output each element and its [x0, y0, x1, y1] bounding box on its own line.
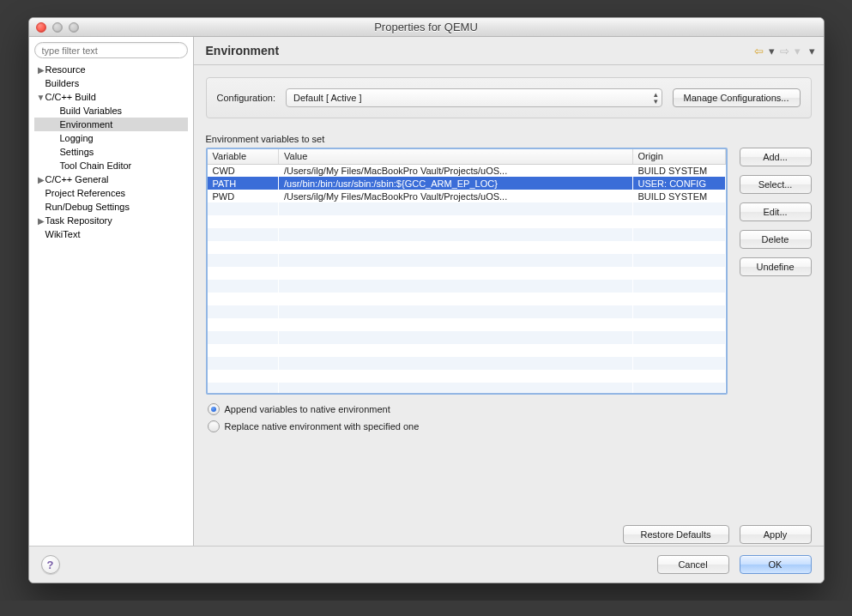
tree-item-label: Resource [45, 64, 86, 75]
cell-variable [208, 344, 279, 357]
undefine-button[interactable]: Undefine [740, 257, 812, 276]
tree-item[interactable]: ▶Task Repository [34, 214, 188, 227]
radio-icon [208, 403, 220, 415]
radio-icon [208, 420, 220, 432]
tree-item-label: C/C++ General [45, 174, 109, 184]
table-row [208, 293, 726, 305]
cell-origin [632, 254, 725, 267]
ok-button[interactable]: OK [740, 555, 812, 574]
tree-item[interactable]: Settings [34, 145, 188, 159]
cell-value [279, 293, 633, 305]
cell-value [279, 228, 633, 241]
tree-item[interactable]: Logging [34, 131, 188, 145]
filter-input[interactable] [34, 42, 188, 58]
delete-button[interactable]: Delete [740, 230, 812, 249]
table-row [208, 305, 726, 318]
tree-item[interactable]: Tool Chain Editor [34, 159, 188, 172]
tree-item[interactable]: ▶C/C++ General [34, 172, 188, 186]
cell-origin [632, 383, 725, 395]
cell-value [279, 357, 633, 370]
forward-menu-icon: ▾ [795, 45, 801, 57]
dialog-footer: ? Cancel OK [29, 546, 824, 583]
radio-append-label: Append variables to native environment [225, 404, 390, 414]
titlebar: Properties for QEMU [29, 18, 824, 37]
combo-updown-icon: ▴▾ [654, 91, 656, 105]
cell-variable: PWD [208, 190, 279, 202]
col-value[interactable]: Value [279, 149, 633, 164]
manage-configurations-button[interactable]: Manage Configurations... [673, 88, 801, 107]
radio-replace[interactable]: Replace native environment with specifie… [208, 420, 812, 432]
tree-item[interactable]: ▼C/C++ Build [34, 90, 188, 104]
table-row [208, 228, 726, 241]
collapsed-arrow-icon[interactable]: ▶ [37, 216, 45, 226]
table-row[interactable]: PWD/Users/ilg/My Files/MacBookPro Vault/… [208, 190, 726, 202]
tree-item-label: Task Repository [45, 215, 112, 226]
tree-item[interactable]: Builders [34, 76, 188, 90]
cell-value [279, 202, 633, 215]
configuration-combo[interactable]: Default [ Active ] ▴▾ [286, 88, 662, 107]
cell-value: /usr/bin:/bin:/usr/sbin:/sbin:${GCC_ARM_… [279, 177, 633, 190]
cell-variable [208, 254, 279, 267]
table-row [208, 202, 726, 215]
add-button[interactable]: Add... [740, 148, 812, 166]
cell-origin: BUILD SYSTEM [632, 190, 725, 202]
table-button-column: Add...Select...Edit...DeleteUndefine [740, 148, 812, 276]
cell-origin [632, 267, 725, 280]
cell-variable [208, 357, 279, 370]
radio-append[interactable]: Append variables to native environment [208, 403, 812, 415]
cell-value [279, 383, 633, 395]
tree-item[interactable]: Run/Debug Settings [34, 200, 188, 214]
cancel-button[interactable]: Cancel [657, 555, 729, 574]
collapsed-arrow-icon[interactable]: ▶ [37, 175, 45, 184]
cell-variable [208, 241, 279, 254]
tree-item-label: WikiText [45, 229, 81, 239]
cell-variable [208, 202, 279, 215]
env-vars-table[interactable]: Variable Value Origin CWD/Users/ilg/My F… [206, 148, 728, 395]
tree-item[interactable]: Build Variables [34, 104, 188, 118]
tree-item-label: Tool Chain Editor [60, 160, 132, 171]
table-row[interactable]: CWD/Users/ilg/My Files/MacBookPro Vault/… [208, 164, 726, 177]
edit-button[interactable]: Edit... [740, 202, 812, 221]
cell-value [279, 331, 633, 344]
cell-value [279, 318, 633, 331]
table-row[interactable]: PATH/usr/bin:/bin:/usr/sbin:/sbin:${GCC_… [208, 177, 726, 190]
heading-bar: Environment ⇦ ▾ ⇨ ▾ ▾ [194, 37, 824, 65]
cell-value [279, 254, 633, 267]
tree-item[interactable]: WikiText [34, 227, 188, 241]
cell-origin [632, 293, 725, 305]
collapsed-arrow-icon[interactable]: ▶ [37, 65, 45, 75]
expanded-arrow-icon[interactable]: ▼ [37, 93, 45, 102]
tree-item-label: Build Variables [60, 106, 123, 116]
cell-variable [208, 267, 279, 280]
tree-item-label: C/C++ Build [45, 92, 96, 102]
cell-variable [208, 293, 279, 305]
cell-value: /Users/ilg/My Files/MacBookPro Vault/Pro… [279, 164, 633, 177]
table-row [208, 331, 726, 344]
tree-item[interactable]: Environment [34, 118, 188, 131]
select-button[interactable]: Select... [740, 175, 812, 194]
table-row [208, 344, 726, 357]
configuration-label: Configuration: [217, 93, 276, 103]
back-menu-icon[interactable]: ▾ [769, 45, 775, 57]
cell-origin [632, 305, 725, 318]
forward-icon[interactable]: ⇨ [780, 45, 789, 57]
col-origin[interactable]: Origin [632, 149, 725, 164]
table-row [208, 370, 726, 383]
cell-value [279, 344, 633, 357]
cell-origin [632, 344, 725, 357]
col-variable[interactable]: Variable [208, 149, 279, 164]
back-icon[interactable]: ⇦ [754, 45, 764, 57]
view-menu-icon[interactable]: ▾ [809, 45, 815, 57]
property-tree[interactable]: ▶ResourceBuilders▼C/C++ BuildBuild Varia… [34, 63, 188, 241]
tree-item-label: Environment [60, 119, 113, 130]
help-icon[interactable]: ? [41, 555, 60, 574]
tree-item[interactable]: Project References [34, 186, 188, 200]
table-row [208, 318, 726, 331]
cell-value [279, 280, 633, 293]
restore-defaults-button[interactable]: Restore Defaults [623, 525, 729, 544]
tree-item-label: Logging [60, 133, 94, 143]
tree-item[interactable]: ▶Resource [34, 63, 188, 76]
cell-value: /Users/ilg/My Files/MacBookPro Vault/Pro… [279, 190, 633, 202]
cell-origin [632, 215, 725, 228]
apply-button[interactable]: Apply [740, 525, 812, 544]
